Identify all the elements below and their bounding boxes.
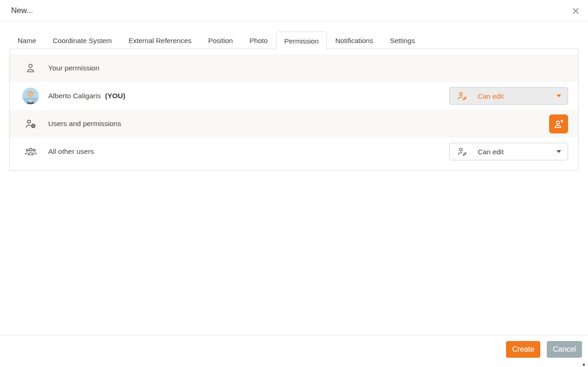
dialog-footer: Create Cancel bbox=[0, 335, 588, 367]
avatar bbox=[22, 88, 39, 104]
close-icon[interactable] bbox=[570, 6, 581, 16]
edit-user-icon bbox=[457, 146, 468, 157]
all-other-users-permission-dropdown[interactable]: Can edit bbox=[449, 143, 568, 160]
dialog-header: New... bbox=[0, 0, 588, 21]
cancel-button[interactable]: Cancel bbox=[547, 341, 582, 358]
user-name: Alberto Caligaris bbox=[48, 92, 101, 100]
all-other-users-row: All other users Can edit bbox=[10, 138, 578, 165]
resize-handle-dot bbox=[583, 364, 585, 366]
tab-external-references[interactable]: External References bbox=[120, 32, 200, 49]
tab-settings[interactable]: Settings bbox=[382, 32, 423, 49]
tab-notifications[interactable]: Notifications bbox=[327, 32, 382, 49]
your-permission-header-row: Your permission bbox=[10, 54, 578, 82]
tab-name[interactable]: Name bbox=[9, 32, 44, 49]
create-button[interactable]: Create bbox=[506, 341, 540, 358]
group-icon bbox=[22, 143, 39, 160]
you-tag: (YOU) bbox=[105, 92, 125, 100]
users-permissions-header-row: Users and permissions bbox=[10, 110, 578, 138]
chevron-down-icon bbox=[557, 150, 561, 153]
permission-panel: Your permission Alberto Caligaris (YOU) bbox=[9, 49, 579, 171]
chevron-down-icon bbox=[557, 95, 561, 97]
add-user-button[interactable] bbox=[549, 114, 568, 133]
permission-value: Can edit bbox=[478, 148, 504, 156]
tab-permission[interactable]: Permission bbox=[276, 32, 327, 50]
your-permission-label: Your permission bbox=[48, 64, 100, 72]
current-user-permission-dropdown[interactable]: Can edit bbox=[449, 87, 568, 105]
current-user-row: Alberto Caligaris (YOU) Can edit bbox=[10, 82, 578, 110]
tab-coordinate-system[interactable]: Coordinate System bbox=[44, 32, 120, 49]
users-gear-icon bbox=[22, 115, 39, 132]
users-permissions-label: Users and permissions bbox=[48, 120, 121, 128]
tab-photo[interactable]: Photo bbox=[241, 32, 276, 49]
all-other-users-label: All other users bbox=[48, 147, 94, 156]
permission-value: Can edit bbox=[478, 92, 504, 100]
tab-position[interactable]: Position bbox=[200, 32, 241, 49]
person-icon bbox=[22, 60, 39, 76]
edit-user-icon bbox=[457, 90, 468, 101]
tab-bar: Name Coordinate System External Referenc… bbox=[9, 21, 579, 49]
dialog-title: New... bbox=[11, 6, 33, 15]
